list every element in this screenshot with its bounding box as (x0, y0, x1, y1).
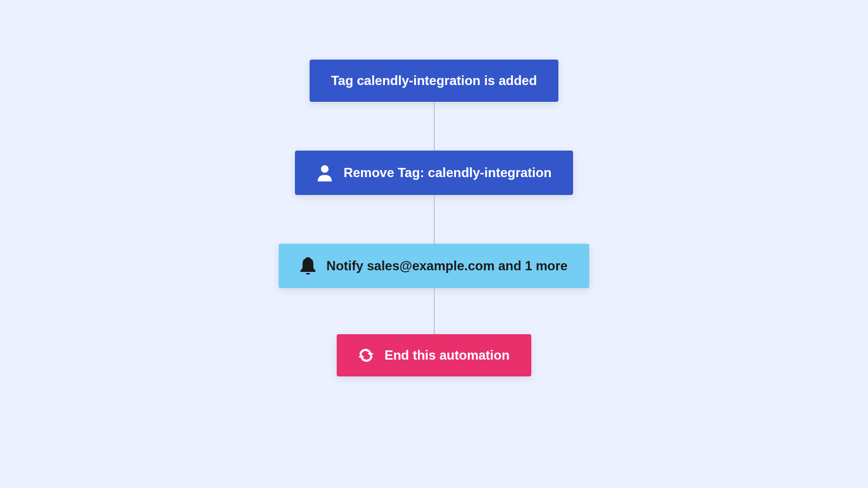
connector (434, 102, 435, 151)
refresh-icon (358, 348, 374, 362)
trigger-label: Tag calendly-integration is added (331, 73, 537, 88)
user-icon (317, 164, 333, 181)
automation-flow: Tag calendly-integration is added Remove… (279, 60, 589, 376)
action-label: Notify sales@example.com and 1 more (326, 258, 568, 274)
action-label: Remove Tag: calendly-integration (344, 165, 552, 180)
connector (434, 288, 435, 334)
end-label: End this automation (384, 348, 510, 363)
connector (434, 195, 435, 244)
svg-point-0 (321, 165, 329, 173)
end-node[interactable]: End this automation (337, 334, 531, 376)
bell-icon (300, 257, 316, 275)
action-node-remove-tag[interactable]: Remove Tag: calendly-integration (295, 151, 574, 195)
trigger-node[interactable]: Tag calendly-integration is added (310, 60, 559, 102)
action-node-notify[interactable]: Notify sales@example.com and 1 more (279, 244, 589, 288)
